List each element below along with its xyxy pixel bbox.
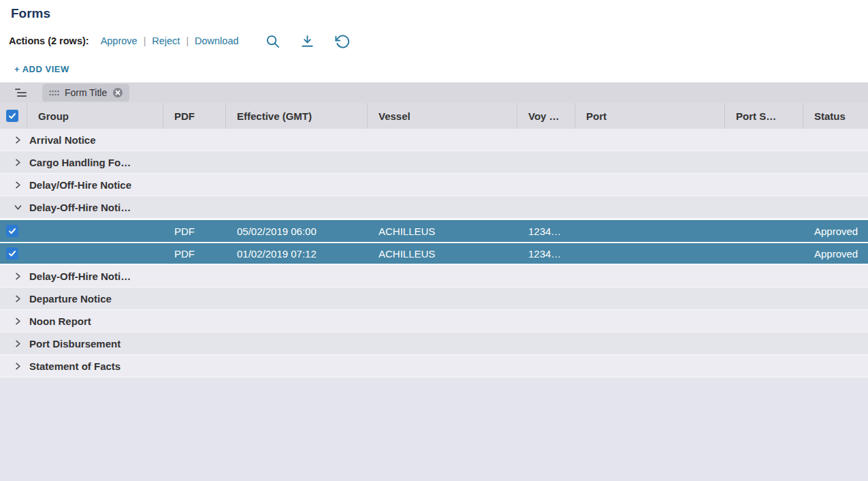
reject-button[interactable]: Reject: [152, 35, 180, 46]
group-row-delay-off-hire-noti-expanded[interactable]: Delay-Off-Hire Noti…: [0, 196, 868, 219]
page-title: Forms: [11, 6, 868, 21]
col-group[interactable]: Group: [27, 103, 163, 129]
select-all-checkbox[interactable]: [6, 110, 18, 122]
chevron-right-icon[interactable]: [12, 134, 23, 145]
group-row-delay-off-hire-notice[interactable]: Delay/Off-Hire Notice: [0, 174, 868, 196]
col-port[interactable]: Port: [575, 103, 725, 129]
group-row-label: Port Disbursement: [29, 338, 120, 350]
col-effective-gmt[interactable]: Effective (GMT): [226, 103, 368, 129]
status-cell: Approved: [803, 220, 868, 242]
chevron-down-icon[interactable]: [12, 202, 23, 213]
group-chip-label: Form Title: [65, 87, 107, 98]
port-status-cell: [725, 220, 803, 242]
col-vessel[interactable]: Vessel: [368, 103, 517, 129]
group-row-label: Delay-Off-Hire Noti…: [29, 202, 131, 213]
actions-label: Actions (2 rows):: [9, 35, 89, 46]
group-row-label: Arrival Notice: [29, 134, 96, 146]
group-chip-form-title[interactable]: Form Title: [42, 84, 129, 102]
separator: |: [186, 35, 189, 46]
group-row-arrival-notice[interactable]: Arrival Notice: [0, 129, 868, 151]
undo-icon[interactable]: [334, 33, 351, 49]
download-icon[interactable]: [300, 33, 316, 49]
chevron-right-icon[interactable]: [12, 293, 23, 304]
actions-bar: Actions (2 rows): Approve | Reject | Dow…: [9, 32, 868, 50]
approve-button[interactable]: Approve: [101, 35, 138, 46]
group-row-label: Delay-Off-Hire Noti…: [29, 270, 131, 282]
status-cell: Approved: [803, 243, 868, 264]
download-button[interactable]: Download: [195, 35, 239, 46]
row-group-cell: [27, 220, 163, 242]
chip-remove-icon[interactable]: [112, 87, 123, 98]
effective-cell: 01/02/2019 07:12: [226, 243, 368, 264]
voyage-cell: 1234…: [517, 243, 575, 264]
grouping-icon[interactable]: [15, 87, 27, 98]
select-all-cell: [0, 103, 27, 129]
row-group-cell: [27, 243, 163, 264]
row-select-cell: [0, 243, 27, 264]
effective-cell: 05/02/2019 06:00: [226, 220, 368, 242]
chevron-right-icon[interactable]: [12, 360, 23, 371]
form-row[interactable]: PDF 01/02/2019 07:12 ACHILLEUS 1234… App…: [0, 242, 868, 265]
vessel-cell: ACHILLEUS: [368, 220, 517, 242]
chevron-right-icon[interactable]: [12, 315, 23, 326]
col-pdf[interactable]: PDF: [163, 103, 226, 129]
group-row-cargo-handling[interactable]: Cargo Handling Fo…: [0, 151, 868, 174]
group-by-bar: Form Title: [0, 82, 868, 103]
group-row-label: Delay/Off-Hire Notice: [29, 179, 131, 191]
port-cell: [575, 220, 725, 242]
pdf-link[interactable]: PDF: [163, 243, 226, 264]
chevron-right-icon[interactable]: [12, 338, 23, 349]
table-header: Group PDF Effective (GMT) Vessel Voy … P…: [0, 103, 868, 129]
group-row-delay-off-hire-noti[interactable]: Delay-Off-Hire Noti…: [0, 265, 868, 288]
toolbar-icons: [265, 33, 351, 49]
group-row-port-disbursement[interactable]: Port Disbursement: [0, 332, 868, 355]
col-port-status[interactable]: Port S…: [725, 103, 803, 129]
add-view-button[interactable]: + ADD VIEW: [14, 63, 868, 76]
row-checkbox[interactable]: [6, 247, 18, 260]
separator: |: [144, 35, 146, 46]
row-select-cell: [0, 220, 27, 242]
form-row[interactable]: PDF 05/02/2019 06:00 ACHILLEUS 1234… App…: [0, 219, 868, 242]
chevron-right-icon[interactable]: [12, 270, 23, 281]
chevron-right-icon[interactable]: [12, 157, 23, 168]
group-row-label: Statement of Facts: [29, 360, 120, 372]
port-status-cell: [725, 243, 803, 264]
forms-page: Forms Actions (2 rows): Approve | Reject…: [0, 0, 868, 481]
col-status[interactable]: Status: [803, 103, 868, 129]
group-row-label: Cargo Handling Fo…: [29, 157, 131, 168]
voyage-cell: 1234…: [517, 220, 575, 242]
group-row-label: Departure Notice: [29, 293, 112, 305]
chevron-right-icon[interactable]: [12, 179, 23, 190]
drag-handle-icon[interactable]: [49, 90, 59, 96]
search-icon[interactable]: [265, 33, 281, 49]
vessel-cell: ACHILLEUS: [368, 243, 517, 264]
row-checkbox[interactable]: [6, 225, 18, 237]
group-row-departure-notice[interactable]: Departure Notice: [0, 288, 868, 310]
empty-area: [0, 377, 868, 481]
group-row-noon-report[interactable]: Noon Report: [0, 310, 868, 332]
col-voyage[interactable]: Voy …: [517, 103, 575, 129]
pdf-link[interactable]: PDF: [163, 220, 226, 242]
port-cell: [575, 243, 725, 264]
group-row-label: Noon Report: [29, 315, 91, 327]
group-row-statement-of-facts[interactable]: Statement of Facts: [0, 355, 868, 377]
